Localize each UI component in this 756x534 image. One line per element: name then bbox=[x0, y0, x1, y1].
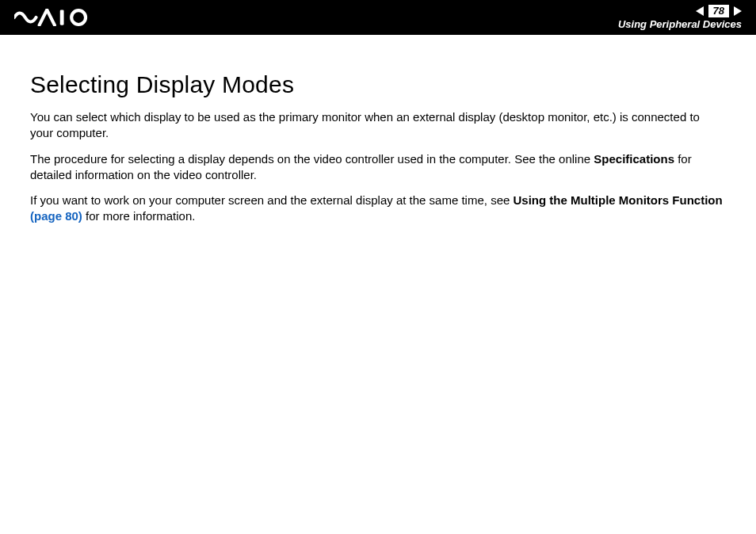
paragraph-1: You can select which display to be used … bbox=[30, 109, 726, 142]
paragraph-2: The procedure for selecting a display de… bbox=[30, 151, 726, 184]
p3-multiple-monitors-bold: Using the Multiple Monitors Function bbox=[513, 193, 722, 207]
page-80-link[interactable]: (page 80) bbox=[30, 209, 82, 223]
svg-point-1 bbox=[71, 10, 86, 25]
content-area: Selecting Display Modes You can select w… bbox=[0, 35, 756, 225]
pager: 78 bbox=[696, 5, 742, 17]
p2-text-a: The procedure for selecting a display de… bbox=[30, 152, 594, 166]
svg-rect-0 bbox=[60, 10, 64, 25]
vaio-logo-svg bbox=[14, 9, 101, 26]
page-title: Selecting Display Modes bbox=[30, 71, 726, 98]
header-right: 78 Using Peripheral Devices bbox=[618, 5, 742, 31]
prev-page-icon[interactable] bbox=[696, 6, 704, 16]
p3-text-a: If you want to work on your computer scr… bbox=[30, 193, 513, 207]
page-number: 78 bbox=[708, 5, 729, 17]
p3-text-b: for more information. bbox=[82, 209, 196, 223]
section-label: Using Peripheral Devices bbox=[618, 18, 742, 31]
paragraph-3: If you want to work on your computer scr… bbox=[30, 193, 726, 225]
vaio-logo bbox=[14, 0, 101, 35]
next-page-icon[interactable] bbox=[734, 6, 742, 16]
header-bar: 78 Using Peripheral Devices bbox=[0, 0, 756, 35]
p2-specifications-bold: Specifications bbox=[594, 152, 674, 166]
